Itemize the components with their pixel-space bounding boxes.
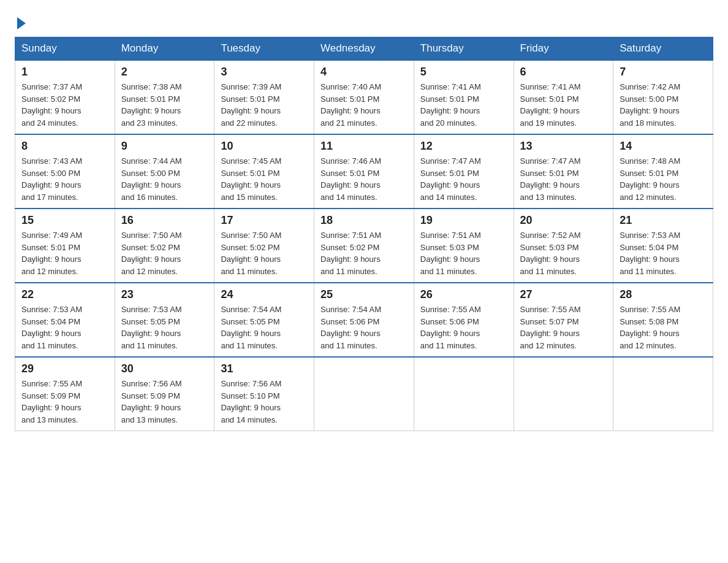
calendar-cell: 18Sunrise: 7:51 AMSunset: 5:02 PMDayligh… [314, 209, 414, 283]
day-info: Sunrise: 7:55 AMSunset: 5:06 PMDaylight:… [420, 304, 507, 351]
day-info: Sunrise: 7:46 AMSunset: 5:01 PMDaylight:… [320, 155, 408, 203]
day-number: 30 [121, 362, 208, 375]
day-number: 12 [420, 140, 507, 153]
day-info: Sunrise: 7:47 AMSunset: 5:01 PMDaylight:… [520, 155, 607, 203]
day-info: Sunrise: 7:38 AMSunset: 5:01 PMDaylight:… [121, 81, 208, 129]
week-row-3: 15Sunrise: 7:49 AMSunset: 5:01 PMDayligh… [15, 209, 713, 283]
calendar-header-row: SundayMondayTuesdayWednesdayThursdayFrid… [15, 37, 713, 61]
calendar-cell [613, 357, 713, 431]
calendar-cell: 28Sunrise: 7:55 AMSunset: 5:08 PMDayligh… [613, 283, 713, 357]
day-number: 9 [121, 140, 208, 153]
day-info: Sunrise: 7:43 AMSunset: 5:00 PMDaylight:… [21, 155, 108, 203]
logo [15, 15, 26, 27]
day-number: 8 [21, 140, 108, 153]
day-info: Sunrise: 7:49 AMSunset: 5:01 PMDaylight:… [21, 229, 108, 277]
calendar-cell: 30Sunrise: 7:56 AMSunset: 5:09 PMDayligh… [115, 357, 214, 431]
calendar-cell: 19Sunrise: 7:51 AMSunset: 5:03 PMDayligh… [414, 209, 514, 283]
day-number: 28 [620, 288, 707, 301]
day-info: Sunrise: 7:40 AMSunset: 5:01 PMDaylight:… [320, 81, 408, 129]
day-info: Sunrise: 7:53 AMSunset: 5:04 PMDaylight:… [21, 304, 108, 351]
day-info: Sunrise: 7:50 AMSunset: 5:02 PMDaylight:… [121, 229, 208, 277]
day-info: Sunrise: 7:51 AMSunset: 5:03 PMDaylight:… [420, 229, 507, 277]
calendar-cell: 11Sunrise: 7:46 AMSunset: 5:01 PMDayligh… [314, 134, 414, 209]
day-number: 22 [21, 288, 108, 301]
calendar-cell: 20Sunrise: 7:52 AMSunset: 5:03 PMDayligh… [514, 209, 613, 283]
calendar-table: SundayMondayTuesdayWednesdayThursdayFrid… [15, 37, 713, 431]
day-number: 18 [320, 214, 408, 227]
day-info: Sunrise: 7:39 AMSunset: 5:01 PMDaylight:… [221, 81, 308, 129]
calendar-cell: 14Sunrise: 7:48 AMSunset: 5:01 PMDayligh… [613, 134, 713, 209]
calendar-cell: 23Sunrise: 7:53 AMSunset: 5:05 PMDayligh… [115, 283, 214, 357]
day-number: 5 [420, 66, 507, 79]
calendar-cell: 24Sunrise: 7:54 AMSunset: 5:05 PMDayligh… [214, 283, 314, 357]
column-header-saturday: Saturday [613, 37, 713, 61]
day-number: 17 [221, 214, 308, 227]
calendar-cell: 8Sunrise: 7:43 AMSunset: 5:00 PMDaylight… [15, 134, 115, 209]
calendar-cell: 13Sunrise: 7:47 AMSunset: 5:01 PMDayligh… [514, 134, 613, 209]
calendar-cell: 21Sunrise: 7:53 AMSunset: 5:04 PMDayligh… [613, 209, 713, 283]
calendar-cell: 5Sunrise: 7:41 AMSunset: 5:01 PMDaylight… [414, 60, 514, 134]
calendar-cell: 3Sunrise: 7:39 AMSunset: 5:01 PMDaylight… [214, 60, 314, 134]
calendar-cell: 16Sunrise: 7:50 AMSunset: 5:02 PMDayligh… [115, 209, 214, 283]
page-header [15, 15, 713, 27]
column-header-monday: Monday [115, 37, 214, 61]
day-number: 4 [320, 66, 408, 79]
day-number: 24 [221, 288, 308, 301]
calendar-cell: 27Sunrise: 7:55 AMSunset: 5:07 PMDayligh… [514, 283, 613, 357]
calendar-cell: 1Sunrise: 7:37 AMSunset: 5:02 PMDaylight… [15, 60, 115, 134]
day-number: 13 [520, 140, 607, 153]
day-number: 26 [420, 288, 507, 301]
day-number: 16 [121, 214, 208, 227]
day-number: 1 [21, 66, 108, 79]
day-info: Sunrise: 7:56 AMSunset: 5:10 PMDaylight:… [221, 378, 308, 426]
day-info: Sunrise: 7:51 AMSunset: 5:02 PMDaylight:… [320, 229, 408, 277]
day-info: Sunrise: 7:42 AMSunset: 5:00 PMDaylight:… [620, 81, 707, 129]
day-number: 10 [221, 140, 308, 153]
day-number: 20 [520, 214, 607, 227]
calendar-cell: 15Sunrise: 7:49 AMSunset: 5:01 PMDayligh… [15, 209, 115, 283]
calendar-cell: 6Sunrise: 7:41 AMSunset: 5:01 PMDaylight… [514, 60, 613, 134]
day-info: Sunrise: 7:53 AMSunset: 5:04 PMDaylight:… [620, 229, 707, 277]
calendar-cell: 26Sunrise: 7:55 AMSunset: 5:06 PMDayligh… [414, 283, 514, 357]
column-header-friday: Friday [514, 37, 613, 61]
column-header-sunday: Sunday [15, 37, 115, 61]
day-number: 29 [21, 362, 108, 375]
week-row-1: 1Sunrise: 7:37 AMSunset: 5:02 PMDaylight… [15, 60, 713, 134]
day-number: 23 [121, 288, 208, 301]
calendar-cell: 17Sunrise: 7:50 AMSunset: 5:02 PMDayligh… [214, 209, 314, 283]
day-info: Sunrise: 7:54 AMSunset: 5:05 PMDaylight:… [221, 304, 308, 351]
calendar-cell: 25Sunrise: 7:54 AMSunset: 5:06 PMDayligh… [314, 283, 414, 357]
calendar-cell: 10Sunrise: 7:45 AMSunset: 5:01 PMDayligh… [214, 134, 314, 209]
day-info: Sunrise: 7:55 AMSunset: 5:08 PMDaylight:… [620, 304, 707, 351]
day-info: Sunrise: 7:56 AMSunset: 5:09 PMDaylight:… [121, 378, 208, 426]
day-info: Sunrise: 7:41 AMSunset: 5:01 PMDaylight:… [520, 81, 607, 129]
day-number: 6 [520, 66, 607, 79]
day-number: 3 [221, 66, 308, 79]
calendar-cell: 9Sunrise: 7:44 AMSunset: 5:00 PMDaylight… [115, 134, 214, 209]
day-info: Sunrise: 7:48 AMSunset: 5:01 PMDaylight:… [620, 155, 707, 203]
column-header-tuesday: Tuesday [214, 37, 314, 61]
day-number: 25 [320, 288, 408, 301]
column-header-thursday: Thursday [414, 37, 514, 61]
day-info: Sunrise: 7:54 AMSunset: 5:06 PMDaylight:… [320, 304, 408, 351]
calendar-cell: 29Sunrise: 7:55 AMSunset: 5:09 PMDayligh… [15, 357, 115, 431]
day-info: Sunrise: 7:41 AMSunset: 5:01 PMDaylight:… [420, 81, 507, 129]
day-number: 11 [320, 140, 408, 153]
day-info: Sunrise: 7:55 AMSunset: 5:07 PMDaylight:… [520, 304, 607, 351]
day-info: Sunrise: 7:45 AMSunset: 5:01 PMDaylight:… [221, 155, 308, 203]
day-info: Sunrise: 7:55 AMSunset: 5:09 PMDaylight:… [21, 378, 108, 426]
column-header-wednesday: Wednesday [314, 37, 414, 61]
calendar-cell [314, 357, 414, 431]
calendar-cell: 12Sunrise: 7:47 AMSunset: 5:01 PMDayligh… [414, 134, 514, 209]
day-number: 31 [221, 362, 308, 375]
calendar-cell: 7Sunrise: 7:42 AMSunset: 5:00 PMDaylight… [613, 60, 713, 134]
week-row-4: 22Sunrise: 7:53 AMSunset: 5:04 PMDayligh… [15, 283, 713, 357]
day-number: 27 [520, 288, 607, 301]
day-number: 21 [620, 214, 707, 227]
calendar-cell [514, 357, 613, 431]
day-info: Sunrise: 7:52 AMSunset: 5:03 PMDaylight:… [520, 229, 607, 277]
calendar-cell: 2Sunrise: 7:38 AMSunset: 5:01 PMDaylight… [115, 60, 214, 134]
day-number: 14 [620, 140, 707, 153]
day-number: 2 [121, 66, 208, 79]
day-info: Sunrise: 7:44 AMSunset: 5:00 PMDaylight:… [121, 155, 208, 203]
